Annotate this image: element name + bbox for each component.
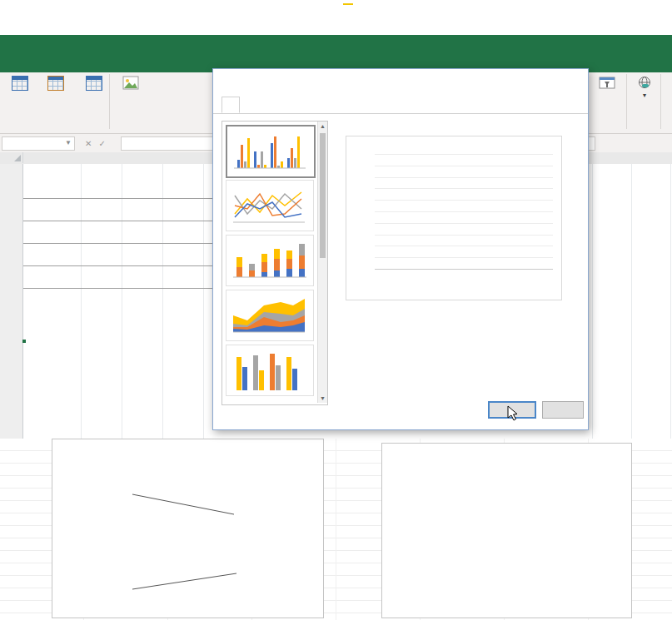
tab-all-charts[interactable] (295, 97, 311, 113)
page-title (343, 3, 353, 5)
scatter-chart[interactable] (381, 443, 632, 618)
group-separator (109, 74, 110, 129)
main-pie[interactable] (77, 493, 176, 591)
bottom-sheet-area (0, 439, 672, 620)
select-all-corner[interactable] (0, 152, 23, 163)
selected-data-table[interactable] (22, 340, 26, 343)
pictures-button[interactable] (113, 75, 148, 122)
timeline-icon (599, 76, 615, 90)
insert-chart-dialog: ▲ ▼ (212, 68, 589, 430)
group-separator (626, 74, 627, 129)
secondary-pie[interactable] (221, 511, 285, 575)
chart-thumbnail-line[interactable] (226, 180, 314, 231)
row-headers[interactable] (0, 164, 23, 439)
chart-preview (346, 136, 562, 300)
pivottable-button[interactable] (2, 75, 37, 122)
scroll-down-icon[interactable]: ▼ (318, 394, 327, 403)
group-separator (660, 74, 661, 129)
table-button[interactable] (77, 75, 112, 122)
namebox-dropdown-icon[interactable]: ▼ (65, 139, 72, 146)
table-icon (86, 76, 102, 91)
formula-buttons: ✕ ✓ (85, 139, 112, 148)
link-icon (636, 76, 653, 90)
pivottable-icon (12, 76, 28, 91)
pictures-icon (122, 76, 139, 90)
tab-recommended-charts[interactable] (222, 97, 240, 113)
screenshot-root: ▾ A ▼ ✕ ✓ (0, 0, 672, 620)
preview-y-axis (346, 150, 372, 273)
scatter-plot-area (424, 479, 627, 580)
chart-thumbnail-area[interactable] (226, 290, 314, 341)
cancel-entry-icon[interactable]: ✕ (85, 139, 92, 148)
chart-thumbnail-column[interactable] (226, 345, 314, 396)
timeline-button[interactable] (590, 75, 625, 122)
title-bar (0, 35, 672, 52)
recommended-pivottables-button[interactable] (38, 75, 73, 122)
dialog-tabs (213, 94, 588, 114)
confirm-entry-icon[interactable]: ✓ (98, 139, 105, 148)
scroll-up-icon[interactable]: ▲ (318, 122, 327, 131)
textbox-button[interactable]: A (663, 75, 672, 122)
scrollbar-thumb[interactable] (320, 133, 326, 258)
cancel-button[interactable] (542, 401, 584, 419)
chart-thumbnail-clustered-column[interactable] (226, 125, 316, 178)
preview-plot-area (375, 154, 553, 270)
recommended-pivot-icon (47, 76, 64, 91)
mouse-cursor (507, 405, 520, 422)
chart-thumbnail-list[interactable]: ▲ ▼ (222, 121, 328, 405)
chart-thumbnail-stacked-column[interactable] (226, 235, 314, 286)
pie-of-pie-chart[interactable] (52, 439, 324, 618)
link-button[interactable]: ▾ (629, 75, 660, 122)
thumbnail-scrollbar[interactable]: ▲ ▼ (317, 122, 327, 403)
name-box[interactable]: ▼ (2, 136, 75, 151)
